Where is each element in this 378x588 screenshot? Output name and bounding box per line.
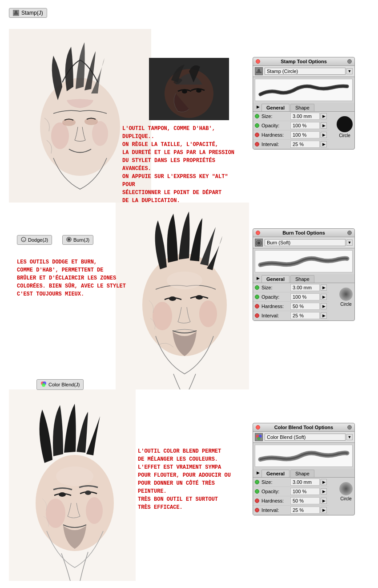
panel1-size-indicator — [255, 114, 259, 118]
panel3-opacity-indicator — [255, 489, 259, 494]
svg-point-7 — [51, 122, 69, 149]
panel1-tab-arrow[interactable]: ▶ — [255, 104, 261, 111]
panel2-tool-icon — [255, 239, 263, 247]
panel3-opacity-row: Opacity: 100 % ▶ — [253, 487, 329, 496]
panel2-size-label: Size: — [261, 285, 290, 290]
title-bar[interactable]: Stamp(J) — [9, 8, 47, 18]
svg-point-24 — [56, 466, 93, 486]
panel3-size-arrow[interactable]: ▶ — [321, 479, 327, 485]
panel2-tab-general[interactable]: General — [261, 275, 290, 283]
panel1-hardness-arrow[interactable]: ▶ — [321, 132, 327, 138]
panel1-shape-preview: Circle — [337, 114, 353, 138]
panel3-tool-icon — [255, 433, 263, 441]
panel1-tool-row: Stamp (Circle) ▼ — [253, 66, 354, 77]
colorblend-icon — [40, 381, 47, 388]
panel2-tool-arrow[interactable]: ▼ — [346, 239, 353, 246]
panel2-close[interactable] — [256, 231, 260, 235]
panel2-size-arrow[interactable]: ▶ — [321, 284, 327, 291]
panel2-brush-preview — [255, 250, 353, 272]
panel3-tab-general[interactable]: General — [261, 470, 290, 477]
panel3-tab-shape[interactable]: Shape — [290, 470, 314, 477]
panel2-hardness-value[interactable]: 50 % — [290, 303, 320, 310]
panel3-brush-circle — [339, 482, 353, 495]
panel3-interval-arrow[interactable]: ▶ — [321, 507, 327, 513]
panel3-expand[interactable] — [347, 425, 352, 430]
panel1-expand[interactable] — [347, 59, 352, 64]
svg-point-32 — [42, 383, 45, 387]
svg-point-25 — [59, 492, 66, 497]
panel2-opacity-row: Opacity: 100 % ▶ — [253, 292, 329, 302]
panel2-opacity-indicator — [255, 295, 259, 299]
panel3-interval-value[interactable]: 25 % — [290, 507, 320, 514]
panel1-tab-shape[interactable]: Shape — [290, 104, 314, 111]
panel2-hardness-arrow[interactable]: ▶ — [321, 303, 327, 309]
panel2-tabs: ▶ General Shape — [253, 274, 354, 283]
panel3-opacity-arrow[interactable]: ▶ — [321, 488, 327, 495]
panel3-tool-name[interactable]: Color Blend (Soft) — [265, 434, 346, 441]
colorblend-label: Color Blend(J) — [48, 382, 80, 387]
panel2-tool-name[interactable]: Burn (Soft) — [265, 239, 346, 246]
panel3-size-row: Size: 3.00 mm ▶ — [253, 478, 329, 487]
panel1-tool-name[interactable]: Stamp (Circle) — [265, 68, 346, 75]
svg-point-29 — [68, 238, 70, 241]
panel1-tool-icon — [255, 67, 263, 75]
svg-point-27 — [21, 237, 26, 242]
burn-tool-panel: Burn Tool Options Burn (Soft) ▼ ▶ Genera… — [253, 228, 355, 321]
panel3-size-value[interactable]: 3.00 mm — [290, 479, 320, 486]
panel2-hardness-indicator — [255, 304, 259, 308]
svg-point-17 — [153, 302, 172, 330]
svg-point-19 — [167, 272, 202, 289]
svg-point-12 — [196, 89, 201, 93]
panel2-settings: Size: 3.00 mm ▶ Opacity: 100 % ▶ Hardnes… — [253, 283, 354, 320]
panel1-size-value[interactable]: 3.00 mm — [290, 113, 320, 120]
panel1-hardness-row: Hardness: 100 % ▶ — [253, 130, 329, 140]
colorblend-button[interactable]: Color Blend(J) — [36, 379, 84, 390]
panel2-interval-indicator — [255, 313, 259, 318]
panel1-opacity-value[interactable]: 100 % — [290, 122, 320, 129]
panel3-close[interactable] — [256, 425, 260, 430]
panel1-interval-arrow[interactable]: ▶ — [321, 141, 327, 147]
panel1-opacity-arrow[interactable]: ▶ — [321, 122, 327, 129]
panel2-size-value[interactable]: 3.00 mm — [290, 284, 320, 291]
panel1-size-arrow[interactable]: ▶ — [321, 113, 327, 119]
description-3: L'outil Color Blend permet de mélanger l… — [138, 447, 249, 511]
panel2-title: Burn Tool Options — [260, 230, 347, 235]
panel2-interval-label: Interval: — [261, 313, 290, 318]
burn-button[interactable]: Burn(J) — [62, 235, 93, 245]
description-2: Les outils Dodge et Burn, comme d'hab', … — [17, 258, 133, 298]
panel2-opacity-arrow[interactable]: ▶ — [321, 294, 327, 300]
panel1-interval-value[interactable]: 25 % — [290, 141, 320, 148]
panel2-tab-shape[interactable]: Shape — [290, 275, 314, 283]
panel2-hardness-label: Hardness: — [261, 304, 290, 309]
panel2-tool-row: Burn (Soft) ▼ — [253, 237, 354, 248]
panel3-hardness-arrow[interactable]: ▶ — [321, 498, 327, 504]
panel1-settings: Size: 3.00 mm ▶ Opacity: 100 % ▶ Hardnes… — [253, 112, 354, 149]
panel3-header: Color Blend Tool Options — [253, 423, 354, 432]
panel1-close[interactable] — [256, 59, 260, 64]
panel1-hardness-value[interactable]: 100 % — [290, 131, 320, 138]
panel3-hardness-value[interactable]: 50 % — [290, 497, 320, 504]
artwork-face-3 — [9, 389, 136, 581]
svg-rect-35 — [258, 69, 260, 70]
panel1-circle-label: Circle — [339, 133, 350, 138]
panel3-opacity-value[interactable]: 100 % — [290, 488, 320, 495]
panel2-interval-arrow[interactable]: ▶ — [321, 312, 327, 319]
panel2-tab-arrow[interactable]: ▶ — [255, 275, 261, 283]
dodge-button[interactable]: Dodge(J) — [17, 235, 52, 245]
panel3-settings: Size: 3.00 mm ▶ Opacity: 100 % ▶ Hardnes… — [253, 478, 354, 515]
panel2-interval-value[interactable]: 25 % — [290, 312, 320, 319]
panel2-opacity-value[interactable]: 100 % — [290, 293, 320, 300]
panel1-size-label: Size: — [261, 114, 290, 119]
panel1-brush-preview — [255, 79, 353, 101]
panel3-shape-preview: Circle — [339, 479, 353, 501]
panel3-tab-arrow[interactable]: ▶ — [255, 470, 261, 477]
colorblend-tool-panel: Color Blend Tool Options Color Blend (So… — [253, 423, 355, 515]
panel3-opacity-label: Opacity: — [261, 489, 290, 494]
svg-point-15 — [169, 296, 176, 301]
panel2-expand[interactable] — [347, 231, 352, 235]
panel1-tool-arrow[interactable]: ▼ — [346, 68, 353, 74]
panel3-hardness-indicator — [255, 499, 259, 503]
panel3-tool-arrow[interactable]: ▼ — [346, 434, 353, 440]
panel1-tab-general[interactable]: General — [261, 104, 290, 111]
panel3-circle-label: Circle — [340, 496, 352, 501]
